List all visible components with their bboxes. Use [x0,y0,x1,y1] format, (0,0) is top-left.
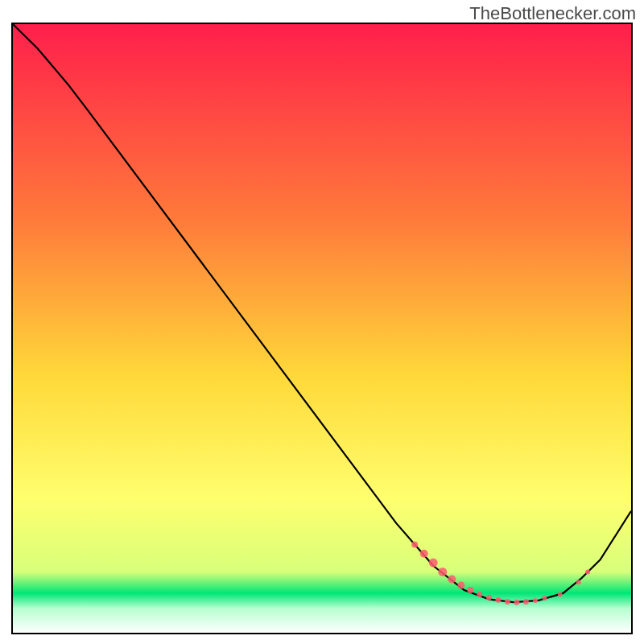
chart-container: TheBottleneсker.com [0,0,644,644]
marker-dot [543,596,547,601]
marker-dot [486,595,492,601]
marker-dot [533,598,538,603]
marker-dot [411,541,418,547]
marker-dot [505,599,510,605]
marker-dot [576,580,581,584]
plot-area [11,23,633,634]
marker-dot [585,569,590,574]
chart-svg [13,24,631,633]
marker-dot [420,550,428,558]
marker-dot [429,559,438,568]
marker-dot [438,568,447,576]
gradient-background [13,24,631,633]
marker-dot [523,599,529,605]
marker-dot [495,597,501,603]
marker-dot [457,582,464,589]
marker-dot [558,592,563,597]
marker-dot [448,576,456,584]
marker-dot [477,592,482,597]
marker-dot [467,587,473,593]
marker-dot [514,600,519,605]
watermark-text: TheBottleneсker.com [469,3,636,24]
